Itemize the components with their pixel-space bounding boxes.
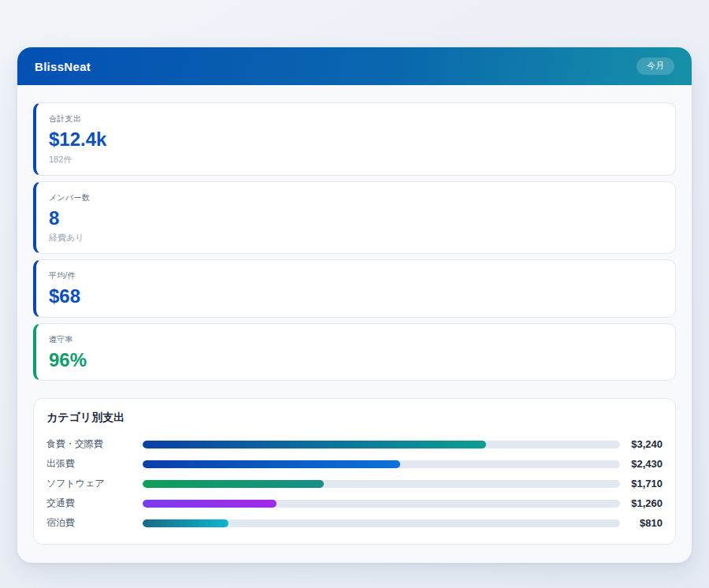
category-row: 出張費 $2,430 <box>46 454 663 474</box>
stat-label: 遵守率 <box>49 334 663 345</box>
stat-card-total-spend: 合計支出 $12.4k 182件 <box>33 102 676 176</box>
stat-value: 8 <box>49 207 663 229</box>
dashboard-card: BlissNeat 今月 合計支出 $12.4k 182件 メンバー数 8 経費… <box>17 47 692 563</box>
stat-label: メンバー数 <box>49 192 663 203</box>
category-amount: $2,430 <box>620 458 663 470</box>
category-amount: $1,260 <box>620 497 663 509</box>
app-title: BlissNeat <box>35 60 91 73</box>
category-label: 食費・交際費 <box>46 437 143 451</box>
category-bar-track <box>143 500 620 508</box>
category-bar-track <box>143 480 620 488</box>
category-amount: $3,240 <box>620 438 663 450</box>
category-bar-fill <box>143 519 228 527</box>
stat-value: $68 <box>49 285 663 307</box>
category-breakdown-title: カテゴリ別支出 <box>46 411 663 425</box>
category-row: 交通費 $1,260 <box>46 493 663 513</box>
category-bar-fill <box>143 500 277 508</box>
stat-sub: 182件 <box>49 154 663 166</box>
category-bar-fill <box>143 460 400 468</box>
stat-card-compliance-rate: 遵守率 96% <box>33 323 676 381</box>
stat-label: 平均/件 <box>49 270 663 281</box>
stat-value: 96% <box>49 349 663 371</box>
category-label: 出張費 <box>46 457 143 471</box>
category-row: 宿泊費 $810 <box>46 513 663 533</box>
period-badge[interactable]: 今月 <box>637 58 674 74</box>
category-row: ソフトウェア $1,710 <box>46 474 663 493</box>
stat-value: $12.4k <box>49 128 663 151</box>
category-bar-fill <box>143 480 324 488</box>
category-amount: $1,710 <box>620 478 663 489</box>
stat-sub: 経費あり <box>49 232 663 244</box>
dashboard-body: 合計支出 $12.4k 182件 メンバー数 8 経費あり 平均/件 $68 遵… <box>17 85 692 563</box>
app-header: BlissNeat 今月 <box>17 47 692 85</box>
category-label: ソフトウェア <box>46 477 143 490</box>
stat-label: 合計支出 <box>49 114 663 125</box>
category-bar-fill <box>143 441 486 448</box>
category-row: 食費・交際費 $3,240 <box>46 434 663 454</box>
category-label: 宿泊費 <box>46 516 143 530</box>
category-bar-track <box>143 441 620 448</box>
category-amount: $810 <box>620 517 663 529</box>
stat-card-average-per-item: 平均/件 $68 <box>33 259 676 318</box>
category-label: 交通費 <box>46 497 143 510</box>
category-bar-track <box>143 460 620 468</box>
stat-card-member-count: メンバー数 8 経費あり <box>33 181 676 255</box>
category-breakdown-card: カテゴリ別支出 食費・交際費 $3,240 出張費 $2,430 ソフトウェア <box>33 398 676 545</box>
category-bar-track <box>143 519 620 527</box>
